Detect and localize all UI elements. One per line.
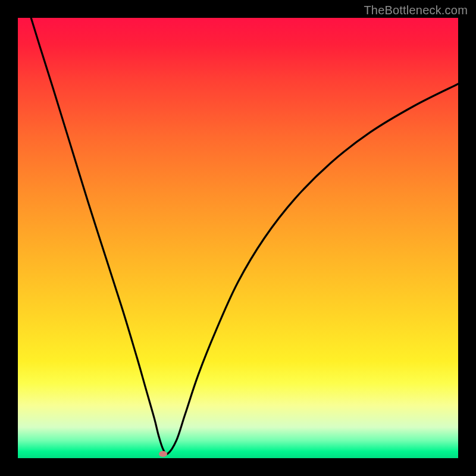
chart-stage: TheBottleneck.com xyxy=(0,0,476,476)
plot-area xyxy=(18,18,458,458)
curve-svg xyxy=(18,18,458,458)
min-marker xyxy=(159,451,167,457)
watermark-text: TheBottleneck.com xyxy=(364,4,468,17)
bottleneck-curve-path xyxy=(31,18,458,454)
